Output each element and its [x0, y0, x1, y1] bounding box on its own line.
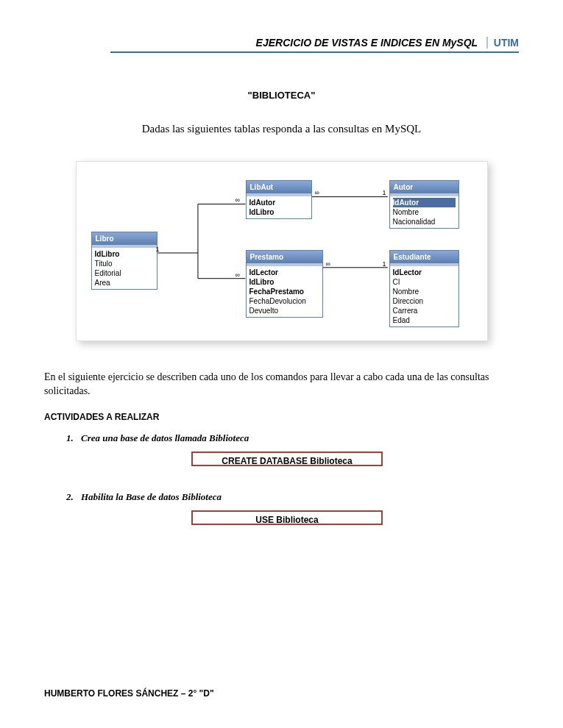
header-divider	[110, 51, 519, 53]
entity-header: LibAut	[247, 181, 311, 196]
activity-text: Crea una base de datos llamada Bibliotec…	[81, 432, 249, 443]
entity-libaut: LibAutIdAutorIdLibro	[246, 180, 312, 219]
entity-field: FechaPrestamo	[249, 287, 319, 296]
page-header: EJERCICIO DE VISTAS E INDICES EN MySQL U…	[110, 37, 519, 53]
cardinality-label: ∞	[236, 271, 240, 279]
activity-text: Habilita la Base de datos Biblioteca	[81, 491, 222, 502]
entity-header: Estudiante	[390, 251, 458, 266]
activity-item: 1.Crea una base de datos llamada Bibliot…	[66, 432, 519, 444]
entity-body: IdLectorCINombreDireccionCarreraEdad	[390, 266, 458, 326]
page-footer: HUMBERTO FLORES SÁNCHEZ – 2° "D"	[44, 688, 214, 699]
entity-libro: LibroIdLibroTituloEditorialArea	[91, 232, 157, 290]
entity-body: IdAutorIdLibro	[247, 196, 311, 218]
cardinality-label: 1	[383, 189, 386, 196]
activity-number: 1.	[66, 432, 81, 444]
entity-field: Nacionalidad	[393, 217, 456, 226]
entity-field: Direccion	[393, 296, 456, 306]
entity-field: Devuelto	[249, 306, 319, 315]
entity-header: Autor	[390, 181, 458, 196]
entity-estudiante: EstudianteIdLectorCINombreDireccionCarre…	[389, 250, 459, 327]
entity-field: Nombre	[393, 207, 456, 217]
entity-field: CI	[393, 277, 456, 287]
activities-list: 1.Crea una base de datos llamada Bibliot…	[44, 432, 519, 525]
cardinality-label: 1	[383, 260, 386, 268]
entity-autor: AutorIdAutorNombreNacionalidad	[389, 180, 459, 229]
cardinality-label: ∞	[326, 260, 330, 268]
entity-body: IdLectorIdLibroFechaPrestamoFechaDevoluc…	[247, 266, 322, 317]
entity-prestamo: PrestamoIdLectorIdLibroFechaPrestamoFech…	[246, 250, 323, 318]
cardinality-label: ∞	[236, 196, 240, 204]
entity-field: Nombre	[393, 287, 456, 296]
entity-body: IdAutorNombreNacionalidad	[390, 196, 458, 228]
entity-field: IdLibro	[249, 207, 308, 217]
entity-field: IdLector	[393, 268, 456, 277]
entity-body: IdLibroTituloEditorialArea	[92, 248, 157, 289]
header-title: EJERCICIO DE VISTAS E INDICES EN MySQL	[256, 37, 478, 49]
entity-field: FechaDevolucion	[249, 296, 319, 306]
header-org: UTIM	[486, 37, 519, 49]
activities-heading: ACTIVIDADES A REALIZAR	[44, 412, 519, 422]
entity-field: Area	[95, 278, 154, 288]
code-box: USE Biblioteca	[191, 510, 383, 525]
entity-header: Libro	[92, 232, 157, 248]
entity-field: Edad	[393, 315, 456, 325]
code-box: CREATE DATABASE Biblioteca	[191, 452, 383, 466]
activity-item: 2.Habilita la Base de datos Biblioteca	[66, 491, 519, 503]
entity-field: Editorial	[95, 268, 154, 278]
entity-header: Prestamo	[247, 251, 322, 266]
doc-title: "BIBLIOTECA"	[44, 90, 519, 101]
entity-field: IdAutor	[393, 198, 456, 207]
cardinality-label: ∞	[315, 189, 319, 196]
intro-text: Dadas las siguientes tablas responda a l…	[44, 123, 519, 135]
cardinality-label: 1	[156, 246, 160, 253]
entity-field: Titulo	[95, 259, 154, 268]
entity-field: IdLibro	[249, 277, 319, 287]
entity-field: IdLector	[249, 268, 319, 277]
er-diagram: LibroIdLibroTituloEditorialAreaLibAutIdA…	[76, 161, 488, 341]
description-paragraph: En el siguiente ejercicio se describen c…	[44, 371, 519, 399]
activity-number: 2.	[66, 491, 81, 503]
entity-field: IdLibro	[95, 249, 154, 259]
entity-field: IdAutor	[249, 198, 308, 207]
entity-field: Carrera	[393, 306, 456, 315]
